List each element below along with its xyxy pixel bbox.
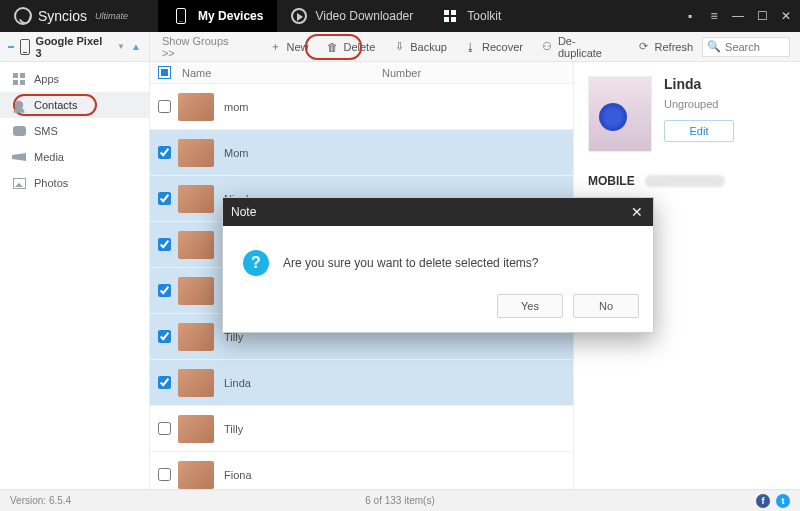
brand-logo-icon bbox=[14, 7, 32, 25]
device-indicator-icon bbox=[8, 46, 14, 48]
row-checkbox[interactable] bbox=[150, 238, 178, 251]
row-checkbox[interactable] bbox=[150, 146, 178, 159]
contact-avatar bbox=[178, 231, 214, 259]
tab-label: My Devices bbox=[198, 9, 263, 23]
twitter-icon[interactable]: t bbox=[776, 494, 790, 508]
dialog-no-button[interactable]: No bbox=[573, 294, 639, 318]
device-name: Google Pixel 3 bbox=[36, 35, 110, 59]
list-header: Name Number bbox=[150, 62, 573, 84]
detail-mobile-row: MOBILE bbox=[588, 174, 786, 188]
btn-label: De-duplicate bbox=[558, 35, 620, 59]
table-row[interactable]: Linda bbox=[150, 360, 573, 406]
minimize-icon[interactable]: — bbox=[732, 10, 744, 22]
question-icon: ? bbox=[243, 250, 269, 276]
contact-avatar bbox=[178, 415, 214, 443]
search-box[interactable]: 🔍 bbox=[702, 37, 790, 57]
deduplicate-button[interactable]: ⚇De-duplicate bbox=[532, 35, 629, 59]
btn-label: New bbox=[286, 41, 308, 53]
status-bar: Version: 6.5.4 6 of 133 item(s) f t bbox=[0, 489, 800, 511]
dialog-close-icon[interactable]: ✕ bbox=[629, 204, 645, 220]
sidebar-item-label: Apps bbox=[34, 73, 59, 85]
sidebar-item-photos[interactable]: Photos bbox=[0, 170, 149, 196]
sidebar-item-label: Contacts bbox=[34, 99, 77, 111]
tab-label: Video Downloader bbox=[315, 9, 413, 23]
row-checkbox[interactable] bbox=[150, 284, 178, 297]
show-groups-toggle[interactable]: Show Groups >> bbox=[150, 35, 257, 59]
tab-my-devices[interactable]: My Devices bbox=[158, 0, 277, 32]
toolbar: Google Pixel 3 ▼ ▲ Show Groups >> ＋New 🗑… bbox=[0, 32, 800, 62]
close-icon[interactable]: ✕ bbox=[780, 10, 792, 22]
btn-label: Backup bbox=[410, 41, 447, 53]
contact-avatar bbox=[178, 369, 214, 397]
column-name[interactable]: Name bbox=[178, 67, 378, 79]
table-row[interactable]: Tilly bbox=[150, 406, 573, 452]
menu-icon[interactable]: ≡ bbox=[708, 10, 720, 22]
tab-video-downloader[interactable]: Video Downloader bbox=[277, 0, 427, 32]
trash-icon: 🗑 bbox=[326, 41, 338, 53]
sidebar-item-sms[interactable]: SMS bbox=[0, 118, 149, 144]
delete-button[interactable]: 🗑Delete bbox=[317, 35, 384, 59]
device-icon bbox=[172, 7, 190, 25]
window-controls: ▪ ≡ — ☐ ✕ bbox=[684, 10, 792, 22]
photos-icon bbox=[12, 176, 26, 190]
edit-button[interactable]: Edit bbox=[664, 120, 734, 142]
table-row[interactable]: Fiona bbox=[150, 452, 573, 489]
version-value: 6.5.4 bbox=[49, 495, 71, 506]
refresh-icon: ⟳ bbox=[638, 41, 650, 53]
detail-mobile-value-blurred bbox=[645, 175, 725, 187]
row-checkbox[interactable] bbox=[150, 468, 178, 481]
brand-edition: Ultimate bbox=[95, 11, 128, 21]
backup-button[interactable]: ⇩Backup bbox=[384, 35, 456, 59]
table-row[interactable]: Mom bbox=[150, 130, 573, 176]
row-checkbox[interactable] bbox=[150, 330, 178, 343]
sidebar-item-contacts[interactable]: Contacts bbox=[0, 92, 149, 118]
social-links: f t bbox=[756, 494, 790, 508]
new-button[interactable]: ＋New bbox=[260, 35, 317, 59]
dedup-icon: ⚇ bbox=[541, 41, 553, 53]
confirm-dialog: Note ✕ ? Are you sure you want to delete… bbox=[222, 197, 654, 333]
brand: Syncios Ultimate bbox=[14, 7, 128, 25]
table-row[interactable]: mom bbox=[150, 84, 573, 130]
recover-button[interactable]: ⭳Recover bbox=[456, 35, 532, 59]
tab-toolkit[interactable]: Toolkit bbox=[427, 0, 515, 32]
row-checkbox[interactable] bbox=[150, 100, 178, 113]
version-label: Version: bbox=[10, 495, 46, 506]
dialog-yes-button[interactable]: Yes bbox=[497, 294, 563, 318]
phone-icon bbox=[20, 39, 30, 55]
detail-contact-group: Ungrouped bbox=[664, 98, 734, 110]
sidebar-item-label: Media bbox=[34, 151, 64, 163]
selection-count: 6 of 133 item(s) bbox=[365, 495, 434, 506]
row-checkbox[interactable] bbox=[150, 422, 178, 435]
device-selector[interactable]: Google Pixel 3 ▼ ▲ bbox=[0, 32, 150, 61]
btn-label: Recover bbox=[482, 41, 523, 53]
column-number[interactable]: Number bbox=[378, 67, 573, 79]
sidebar-item-label: SMS bbox=[34, 125, 58, 137]
contact-name: Linda bbox=[224, 377, 354, 389]
detail-contact-name: Linda bbox=[664, 76, 734, 92]
apps-icon bbox=[12, 72, 26, 86]
row-checkbox[interactable] bbox=[150, 376, 178, 389]
btn-label: Delete bbox=[343, 41, 375, 53]
contact-avatar bbox=[178, 185, 214, 213]
detail-mobile-label: MOBILE bbox=[588, 174, 635, 188]
titlebar: Syncios Ultimate My Devices Video Downlo… bbox=[0, 0, 800, 32]
contact-avatar bbox=[178, 277, 214, 305]
backup-icon: ⇩ bbox=[393, 41, 405, 53]
eject-icon[interactable]: ▲ bbox=[131, 41, 141, 52]
select-all-checkbox[interactable] bbox=[150, 66, 178, 79]
contact-avatar bbox=[178, 323, 214, 351]
search-input[interactable] bbox=[725, 41, 785, 53]
contact-name: Mom bbox=[224, 147, 354, 159]
feedback-icon[interactable]: ▪ bbox=[684, 10, 696, 22]
sidebar-item-apps[interactable]: Apps bbox=[0, 66, 149, 92]
refresh-button[interactable]: ⟳Refresh bbox=[629, 35, 703, 59]
row-checkbox[interactable] bbox=[150, 192, 178, 205]
sidebar-item-label: Photos bbox=[34, 177, 68, 189]
plus-icon: ＋ bbox=[269, 41, 281, 53]
facebook-icon[interactable]: f bbox=[756, 494, 770, 508]
tab-label: Toolkit bbox=[467, 9, 501, 23]
contact-name: Fiona bbox=[224, 469, 354, 481]
dialog-message: Are you sure you want to delete selected… bbox=[283, 256, 538, 270]
sidebar-item-media[interactable]: Media bbox=[0, 144, 149, 170]
maximize-icon[interactable]: ☐ bbox=[756, 10, 768, 22]
